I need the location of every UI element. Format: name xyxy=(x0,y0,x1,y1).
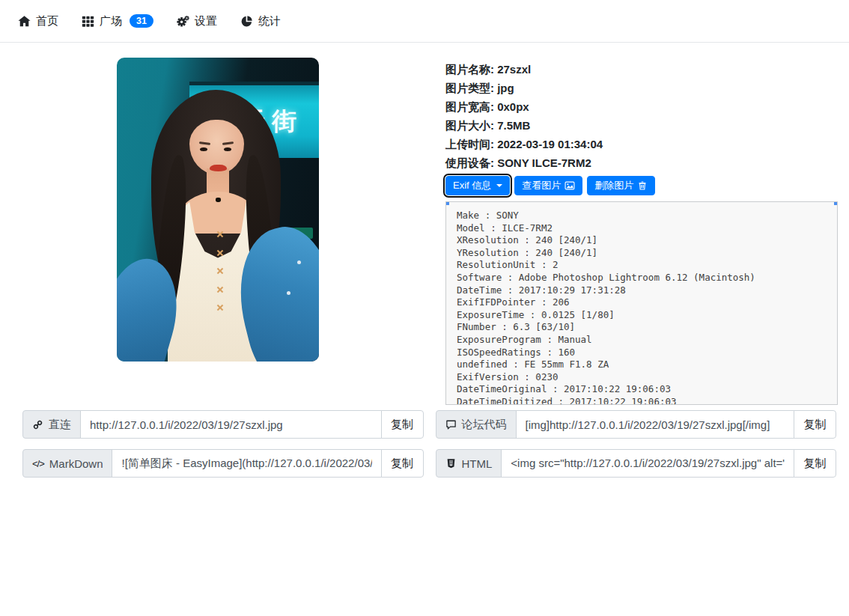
gears-icon xyxy=(177,15,189,28)
nav-home-label: 首页 xyxy=(36,14,58,28)
markdown-label-text: MarkDown xyxy=(49,457,103,470)
image-info-column: 图片名称: 27szxl 图片类型: jpg 图片宽高: 0x0px 图片大小:… xyxy=(424,58,838,405)
code-icon: </> xyxy=(32,458,44,469)
photo-tank-lace xyxy=(216,249,223,256)
photo-tank-lace xyxy=(216,304,223,311)
copy-links-right-column: 论坛代码 复制 HTML 复制 xyxy=(436,410,837,488)
photo-jacket-button xyxy=(297,260,301,264)
detail-upload-time: 上传时间: 2022-03-19 01:34:04 xyxy=(445,138,838,150)
photo-subject-eye-right xyxy=(224,147,231,151)
direct-link-input[interactable] xyxy=(80,410,382,439)
exif-info-panel[interactable]: Make : SONY Model : ILCE-7RM2 XResolutio… xyxy=(445,201,838,405)
nav-item-settings[interactable]: 设置 xyxy=(177,14,217,28)
direct-link-label: 直连 xyxy=(22,410,81,439)
nav-item-statistics[interactable]: 统计 xyxy=(240,14,281,28)
photo-subject-eye-left xyxy=(200,147,207,151)
main-content: 盈天街 xyxy=(0,58,849,405)
nav-item-gallery[interactable]: 广场 31 xyxy=(82,14,153,28)
detail-image-size-px: 图片宽高: 0x0px xyxy=(445,101,838,113)
markdown-copy-button[interactable]: 复制 xyxy=(381,449,424,478)
nav-item-home[interactable]: 首页 xyxy=(18,14,58,28)
html5-icon xyxy=(445,458,457,469)
forum-code-copy-button[interactable]: 复制 xyxy=(794,410,836,439)
forum-code-input[interactable] xyxy=(516,410,795,439)
direct-link-label-text: 直连 xyxy=(49,418,71,432)
html-label-text: HTML xyxy=(462,457,493,470)
photo-column: 盈天街 xyxy=(11,58,424,362)
detail-image-filesize: 图片大小: 7.5MB xyxy=(445,120,838,132)
home-icon xyxy=(18,15,31,28)
nav-statistics-label: 统计 xyxy=(258,14,281,28)
exif-info-text: Make : SONY Model : ILCE-7RM2 XResolutio… xyxy=(446,202,837,405)
image-action-buttons: Exif 信息 查看图片 删除图片 xyxy=(445,176,838,195)
detail-device: 使用设备: SONY ILCE-7RM2 xyxy=(445,157,838,169)
forum-code-label: 论坛代码 xyxy=(436,410,517,439)
trash-icon xyxy=(637,180,648,191)
detail-image-type: 图片类型: jpg xyxy=(445,82,838,94)
grid-icon xyxy=(82,15,94,28)
exif-button-label: Exif 信息 xyxy=(453,179,491,192)
caret-down-icon xyxy=(496,184,502,187)
nav-gallery-label: 广场 xyxy=(100,14,122,28)
link-icon xyxy=(32,419,43,430)
copy-links-section: 直连 复制 </> MarkDown 复制 论坛代码 复制 HT xyxy=(0,410,849,488)
photo-tank-lace xyxy=(216,231,223,237)
html-input[interactable] xyxy=(501,449,794,478)
pie-chart-icon xyxy=(240,15,253,28)
top-navbar: 首页 广场 31 设置 统计 xyxy=(0,0,849,43)
photo-subject-lips xyxy=(210,165,227,171)
photo-tank-lace xyxy=(216,286,223,293)
nav-settings-label: 设置 xyxy=(195,14,217,28)
comment-icon xyxy=(445,419,457,430)
uploaded-image-preview[interactable]: 盈天街 xyxy=(117,58,319,362)
delete-image-button[interactable]: 删除图片 xyxy=(587,176,655,195)
markdown-label: </> MarkDown xyxy=(22,449,112,478)
detail-image-name: 图片名称: 27szxl xyxy=(445,64,838,76)
view-image-button[interactable]: 查看图片 xyxy=(514,176,582,195)
html-copy-button[interactable]: 复制 xyxy=(794,449,836,478)
photo-tank-lace xyxy=(216,267,223,274)
image-details: 图片名称: 27szxl 图片类型: jpg 图片宽高: 0x0px 图片大小:… xyxy=(445,64,838,169)
copy-row-forum-code: 论坛代码 复制 xyxy=(436,410,837,439)
photo-jacket-button xyxy=(287,291,290,295)
exif-info-dropdown-button[interactable]: Exif 信息 xyxy=(445,176,510,195)
copy-links-left-column: 直连 复制 </> MarkDown 复制 xyxy=(22,410,424,488)
forum-code-label-text: 论坛代码 xyxy=(462,418,507,432)
photo-subject-pendant xyxy=(216,198,221,202)
direct-link-copy-button[interactable]: 复制 xyxy=(381,410,424,439)
copy-row-direct-link: 直连 复制 xyxy=(22,410,424,439)
delete-button-label: 删除图片 xyxy=(594,179,633,192)
view-button-label: 查看图片 xyxy=(522,179,561,192)
markdown-input[interactable] xyxy=(112,449,381,478)
copy-row-html: HTML 复制 xyxy=(436,449,837,478)
copy-row-markdown: </> MarkDown 复制 xyxy=(22,449,424,478)
image-icon xyxy=(565,180,575,191)
html-label: HTML xyxy=(436,449,502,478)
gallery-count-badge: 31 xyxy=(130,14,153,28)
